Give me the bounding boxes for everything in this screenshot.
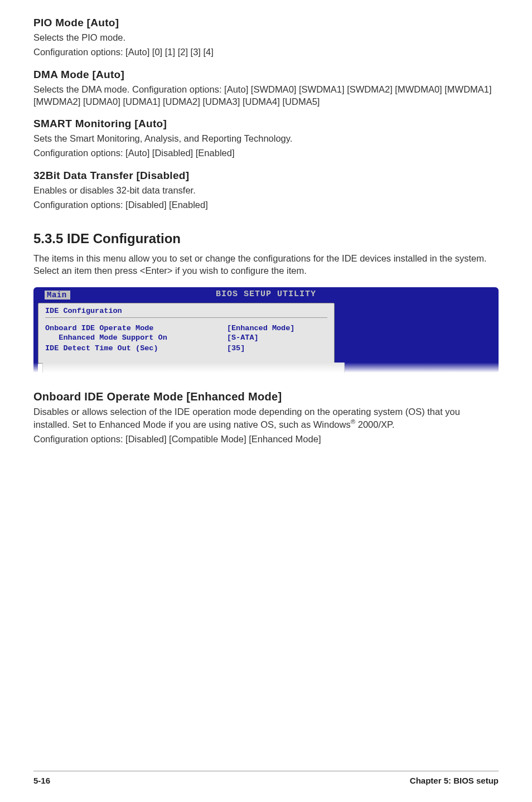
heading-32bit-transfer: 32Bit Data Transfer [Disabled] [33, 170, 499, 182]
text-onboard-line1: Disables or allows selection of the IDE … [33, 405, 499, 431]
text-onboard-suffix: 2000/XP. [355, 419, 394, 429]
bios-panel-title: IDE Configuration [45, 307, 327, 318]
bios-title: BIOS SETUP UTILITY [216, 289, 316, 299]
bios-row-value: [S-ATA] [227, 334, 327, 342]
page-footer: 5-16 Chapter 5: BIOS setup [33, 771, 499, 785]
heading-dma-mode: DMA Mode [Auto] [33, 69, 499, 81]
bios-right-panel [339, 303, 499, 364]
bios-header: Main BIOS SETUP UTILITY [33, 287, 499, 303]
bios-fade [33, 363, 499, 373]
bios-row-label: IDE Detect Time Out (Sec) [45, 344, 158, 352]
footer-chapter: Chapter 5: BIOS setup [410, 776, 499, 785]
heading-smart-monitoring: SMART Monitoring [Auto] [33, 118, 499, 130]
text-dma-line1: Selects the DMA mode. Configuration opti… [33, 83, 499, 108]
text-pio-line2: Configuration options: [Auto] [0] [1] [2… [33, 46, 499, 58]
registered-symbol: ® [351, 418, 356, 425]
text-ideconfig-body: The items in this menu allow you to set … [33, 252, 499, 277]
text-smart-line2: Configuration options: [Auto] [Disabled]… [33, 147, 499, 159]
bios-row-label: Onboard IDE Operate Mode [45, 324, 153, 332]
bios-left-panel: IDE Configuration Onboard IDE Operate Mo… [38, 303, 335, 364]
bios-tab-main: Main [45, 291, 70, 299]
text-onboard-line2: Configuration options: [Disabled] [Compa… [33, 433, 499, 445]
text-pio-line1: Selects the PIO mode. [33, 31, 499, 44]
heading-ide-configuration: 5.3.5 IDE Configuration [33, 231, 499, 247]
footer-page-number: 5-16 [33, 776, 50, 785]
bios-row-value: [Enhanced Mode] [227, 324, 327, 332]
bios-row: Enhanced Mode Support On [S-ATA] [45, 333, 327, 342]
heading-pio-mode: PIO Mode [Auto] [33, 17, 499, 29]
text-32bit-line2: Configuration options: [Disabled] [Enabl… [33, 199, 499, 211]
bios-screenshot: Main BIOS SETUP UTILITY IDE Configuratio… [33, 287, 499, 374]
heading-onboard-ide: Onboard IDE Operate Mode [Enhanced Mode] [33, 390, 499, 403]
bios-row-value: [35] [227, 344, 327, 352]
text-onboard-prefix: Disables or allows selection of the IDE … [33, 407, 460, 429]
text-32bit-line1: Enables or disables 32-bit data transfer… [33, 184, 499, 196]
bios-body: IDE Configuration Onboard IDE Operate Mo… [33, 303, 499, 364]
bios-row: IDE Detect Time Out (Sec) [35] [45, 344, 327, 353]
bios-row-label: Enhanced Mode Support On [45, 334, 167, 342]
text-smart-line1: Sets the Smart Monitoring, Analysis, and… [33, 132, 499, 144]
bios-row: Onboard IDE Operate Mode [Enhanced Mode] [45, 323, 327, 333]
